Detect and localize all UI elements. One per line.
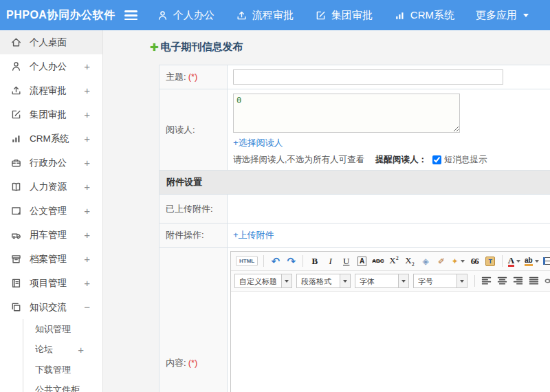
editor-toolbar-row1: HTML↶↷BIUAABCX2X2◈✐✦66TAab — [231, 252, 550, 271]
select-readers-link[interactable]: +选择阅读人 — [233, 137, 283, 149]
uploaded-attachments-row: 已上传附件: — [160, 195, 550, 224]
top-nav-CRM系统[interactable]: CRM系统 — [394, 9, 454, 22]
editor-select-自定义标题[interactable]: 自定义标题 — [234, 274, 292, 288]
font-color-button[interactable]: A — [507, 254, 522, 268]
expander-icon[interactable]: + — [84, 109, 90, 120]
underline-button[interactable]: U — [339, 254, 353, 268]
expander-icon[interactable]: + — [84, 229, 90, 241]
sidebar-item-档案管理[interactable]: 档案管理+ — [0, 247, 102, 271]
sidebar-item-流程审批[interactable]: 流程审批+ — [0, 78, 102, 102]
editor-content-area[interactable] — [231, 292, 550, 392]
user-icon — [157, 10, 168, 21]
readers-row: 阅读人: +选择阅读人 请选择阅读人,不选为所有人可查看 提醒阅读人： 短消息提… — [160, 89, 550, 171]
bold-button[interactable]: B — [307, 254, 322, 268]
readers-hint: 请选择阅读人,不选为所有人可查看 — [233, 154, 364, 166]
top-nav-更多应用[interactable]: 更多应用 — [476, 9, 529, 22]
top-nav-label: 更多应用 — [476, 9, 517, 22]
app-logo: PHPOA协同办公软件 — [0, 8, 115, 23]
sidebar-subitem-公共文件柜[interactable]: 公共文件柜 — [23, 380, 102, 392]
select-value: 自定义标题 — [235, 274, 281, 287]
sidebar-item-label: 人力资源 — [30, 181, 84, 193]
subject-input[interactable] — [233, 69, 503, 85]
align-center-button[interactable] — [495, 274, 509, 288]
expander-icon[interactable]: + — [84, 85, 90, 96]
sidebar-item-个人办公[interactable]: 个人办公+ — [0, 54, 102, 78]
link-button[interactable] — [542, 274, 550, 288]
readers-textarea[interactable] — [233, 94, 460, 133]
font-border-button[interactable]: A — [355, 254, 369, 268]
subject-label: 主题: — [166, 72, 186, 82]
undo-button[interactable]: ↶ — [268, 254, 283, 268]
expander-icon[interactable]: + — [84, 253, 90, 265]
expander-icon[interactable]: + — [84, 133, 90, 144]
attachment-section-row: 附件设置 — [160, 171, 550, 195]
caret-down-icon[interactable] — [398, 274, 408, 287]
book-icon — [10, 181, 22, 193]
sidebar-item-label: 个人办公 — [30, 61, 84, 73]
sidebar-item-label: 下载管理 — [35, 364, 84, 376]
editor-select-段落格式[interactable]: 段落格式 — [296, 274, 351, 288]
sidebar-item-label: 知识管理 — [35, 323, 84, 336]
sidebar-item-用车管理[interactable]: 用车管理+ — [0, 223, 102, 247]
menu-toggle-icon[interactable] — [124, 10, 133, 20]
top-header-bar: PHPOA协同办公软件 个人办公流程审批集团审批CRM系统更多应用 — [0, 0, 550, 30]
superscript-button[interactable]: X2 — [387, 254, 402, 268]
toolbar-separator — [302, 255, 303, 267]
sidebar-item-行政办公[interactable]: 行政办公+ — [0, 151, 102, 175]
html-button[interactable]: HTML — [234, 254, 259, 268]
expander-icon[interactable]: + — [78, 344, 84, 356]
align-right-button[interactable] — [511, 274, 525, 288]
sidebar-item-个人桌面[interactable]: 个人桌面 — [0, 30, 102, 54]
edit-icon — [10, 109, 22, 120]
briefcase-icon — [10, 157, 22, 168]
sidebar-item-知识交流[interactable]: 知识交流− — [0, 295, 102, 319]
top-nav-个人办公[interactable]: 个人办公 — [157, 9, 214, 22]
workflow-icon — [10, 85, 22, 96]
sms-notify-checkbox[interactable] — [432, 155, 441, 164]
auto-typeset-button[interactable]: ✦ — [450, 254, 466, 268]
ordered-list-button[interactable] — [542, 254, 550, 268]
sidebar-submenu: 知识管理论坛+下载管理公共文件柜 — [23, 319, 102, 392]
align-left-button[interactable] — [479, 274, 494, 288]
format-brush-button[interactable]: ✐ — [434, 254, 449, 268]
sidebar-subitem-下载管理[interactable]: 下载管理 — [23, 360, 102, 380]
expander-icon[interactable]: + — [84, 277, 90, 289]
caret-down-icon[interactable] — [281, 274, 292, 287]
justify-button[interactable] — [527, 274, 541, 288]
sidebar-item-集团审批[interactable]: 集团审批+ — [0, 102, 102, 127]
highlight-button[interactable]: ab — [523, 254, 540, 268]
page-title: 电子期刊信息发布 — [161, 41, 243, 54]
caret-down-icon[interactable] — [340, 274, 350, 287]
expander-icon[interactable]: + — [84, 205, 90, 217]
top-nav-流程审批[interactable]: 流程审批 — [236, 9, 294, 22]
top-nav-集团审批[interactable]: 集团审批 — [315, 9, 373, 22]
toolbar-separator — [263, 255, 264, 267]
chart-icon — [394, 10, 406, 21]
expander-icon[interactable]: + — [84, 181, 90, 193]
blockquote-button[interactable]: 66 — [468, 254, 482, 268]
expander-icon[interactable]: + — [84, 61, 90, 72]
sidebar-item-人力资源[interactable]: 人力资源+ — [0, 175, 102, 199]
editor-select-字体[interactable]: 字体 — [355, 274, 409, 288]
redo-button[interactable]: ↷ — [284, 254, 298, 268]
sidebar-item-CRM系统[interactable]: CRM系统+ — [0, 127, 102, 151]
required-mark: (*) — [188, 72, 198, 82]
editor-select-字号[interactable]: 字号 — [413, 274, 468, 288]
expander-icon[interactable]: + — [84, 157, 90, 168]
upload-attachment-link[interactable]: +上传附件 — [233, 229, 274, 241]
strikethrough-button[interactable]: ABC — [371, 254, 385, 268]
sidebar-subitem-知识管理[interactable]: 知识管理 — [23, 319, 102, 340]
content-label: 内容: — [166, 358, 186, 368]
subscript-button[interactable]: X2 — [403, 254, 417, 268]
notebook-icon — [10, 277, 22, 289]
paste-text-button[interactable]: T — [483, 254, 498, 268]
italic-button[interactable]: I — [323, 254, 338, 268]
sidebar-item-公文管理[interactable]: 公文管理+ — [0, 199, 102, 223]
sidebar-subitem-论坛[interactable]: 论坛+ — [23, 340, 102, 360]
eraser-button[interactable]: ◈ — [419, 254, 433, 268]
expander-icon[interactable]: − — [84, 301, 90, 313]
app-window: PHPOA协同办公软件 个人办公流程审批集团审批CRM系统更多应用 个人桌面个人… — [0, 0, 550, 392]
caret-down-icon[interactable] — [456, 274, 467, 287]
sidebar-item-项目管理[interactable]: 项目管理+ — [0, 271, 102, 295]
top-nav-label: CRM系统 — [410, 9, 454, 22]
